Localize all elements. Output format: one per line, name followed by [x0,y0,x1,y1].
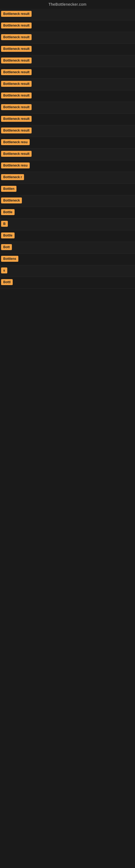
result-row: s [0,265,135,277]
bottleneck-badge[interactable]: Bottleneck result [1,23,32,29]
result-row: Bottleneck result [0,102,135,114]
result-row: Bottleneck result [0,149,135,160]
result-row: Bottleneck result [0,20,135,32]
result-row: Bottleneck result [0,9,135,20]
result-row: Bottleneck result [0,125,135,137]
bottleneck-badge[interactable]: Bottleneck result [1,81,32,87]
result-row: Bottleneck result [0,55,135,67]
result-row: Bottleneck resu [0,160,135,172]
result-row: Bottleneck result [0,67,135,79]
result-row: Bottleneck result [0,114,135,125]
bottleneck-badge[interactable]: Bottleneck [1,197,22,204]
result-row: Bottle [0,207,135,219]
result-row: Bottleneck resu [0,137,135,149]
bottleneck-badge[interactable]: Bottleneck result [1,127,32,133]
result-row: Bottleneck r [0,172,135,184]
bottleneck-badge[interactable]: Bottlen [1,186,16,192]
result-row: Bottlens [0,254,135,265]
bottleneck-badge[interactable]: Bottleneck result [1,58,32,63]
result-row: Bottleneck [0,195,135,207]
site-title: TheBottlenecker.com [0,0,135,9]
result-row: Bottleneck result [0,44,135,55]
bottleneck-badge[interactable]: B [1,221,8,227]
bottleneck-badge[interactable]: Bottleneck result [1,116,32,122]
bottleneck-badge[interactable]: Bottleneck resu [1,162,30,168]
bottleneck-badge[interactable]: Bottleneck result [1,34,32,40]
bottleneck-badge[interactable]: Bottleneck r [1,174,24,180]
bottleneck-badge[interactable]: Bottleneck result [1,46,32,52]
result-row: Bottle [0,230,135,242]
result-row: Bott [0,242,135,254]
result-row: Bottleneck result [0,32,135,44]
bottleneck-badge[interactable]: Bottle [1,232,14,239]
result-row: Bottlen [0,184,135,195]
bottleneck-badge[interactable]: Bottleneck result [1,11,32,17]
bottleneck-badge[interactable]: Bottleneck result [1,151,32,157]
result-row: B [0,219,135,230]
result-row: Bottleneck result [0,90,135,102]
bottleneck-badge[interactable]: Bottleneck result [1,93,32,98]
bottleneck-badge[interactable]: Bott [1,244,12,250]
bottleneck-badge[interactable]: Bottle [1,209,14,215]
bottleneck-badge[interactable]: Bottleneck result [1,69,32,75]
result-row: Bottleneck result [0,79,135,90]
bottleneck-badge[interactable]: s [1,268,7,273]
bottleneck-badge[interactable]: Bottleneck result [1,104,32,110]
bottleneck-badge[interactable]: Bottl [1,279,13,285]
bottleneck-badge[interactable]: Bottleneck resu [1,139,30,145]
result-row: Bottl [0,277,135,289]
bottleneck-badge[interactable]: Bottlens [1,256,18,262]
